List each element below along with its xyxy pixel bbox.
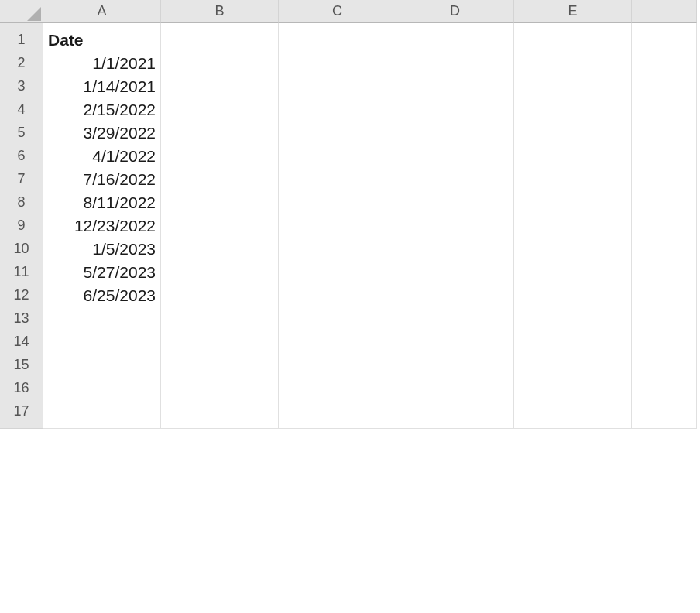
cell-B17[interactable]: [161, 395, 279, 429]
col-header-partial[interactable]: [632, 0, 697, 23]
col-header-A[interactable]: A: [43, 0, 161, 23]
col-header-B[interactable]: B: [161, 0, 279, 23]
col-header-E[interactable]: E: [514, 0, 632, 23]
select-all-corner[interactable]: [0, 0, 43, 23]
col-header-C[interactable]: C: [279, 0, 396, 23]
cell-E17[interactable]: [514, 395, 632, 429]
cell-A17[interactable]: [43, 395, 161, 429]
cell-D17[interactable]: [396, 395, 514, 429]
row-header[interactable]: 17: [0, 395, 43, 429]
cell-F17[interactable]: [632, 395, 697, 429]
cell-C17[interactable]: [279, 395, 396, 429]
spreadsheet-grid: A B C D E 1 Date 2 1/1/2021 3 1/14/2021 …: [0, 0, 700, 418]
col-header-D[interactable]: D: [396, 0, 514, 23]
